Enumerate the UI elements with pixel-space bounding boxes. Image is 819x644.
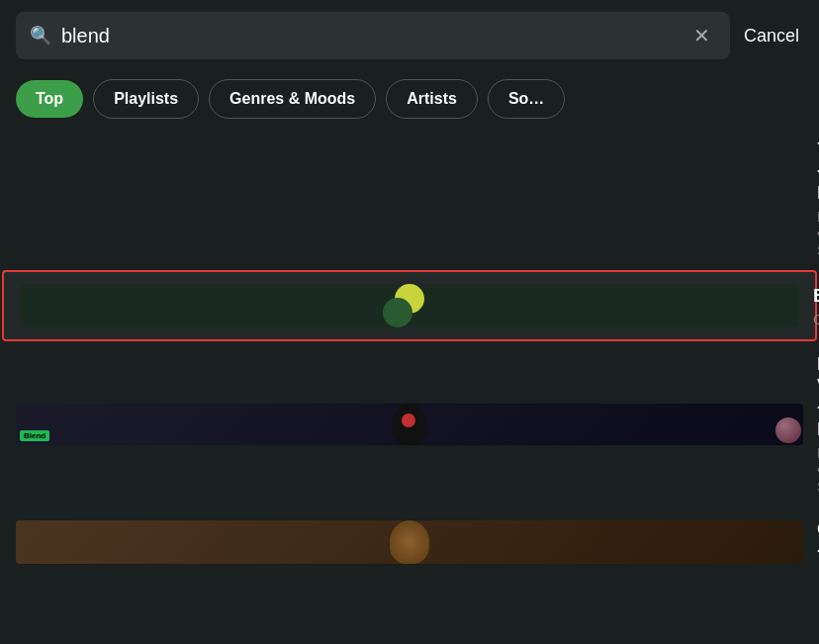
- search-icon: 🔍: [30, 25, 51, 46]
- results-list: Blend Yoda + kayla Playlist • Spotify › …: [0, 127, 819, 578]
- result-info-blend: Blend Genre: [813, 285, 819, 327]
- search-bar: 🔍 ✕ Cancel: [0, 0, 819, 71]
- result-item-chewie[interactable]: Chewbacca + kayla: [0, 506, 819, 578]
- search-input-container[interactable]: 🔍 ✕: [16, 12, 730, 59]
- filter-tab-songs[interactable]: So…: [488, 79, 565, 119]
- clear-button[interactable]: ✕: [687, 22, 716, 49]
- blend-circle-green: [383, 298, 412, 327]
- result-thumbnail-vader: Blend: [16, 404, 803, 445]
- cancel-button[interactable]: Cancel: [740, 26, 803, 46]
- result-title-blend: Blend: [813, 285, 819, 307]
- result-thumbnail-blend: [20, 284, 799, 327]
- result-thumbnail-chewie: [16, 520, 803, 564]
- filter-tab-top[interactable]: Top: [16, 80, 83, 118]
- filter-tab-genres-moods[interactable]: Genres & Moods: [209, 79, 376, 119]
- filter-tabs: Top Playlists Genres & Moods Artists So…: [0, 71, 819, 127]
- search-input[interactable]: [61, 25, 678, 47]
- filter-tab-artists[interactable]: Artists: [386, 79, 478, 119]
- result-item-yoda-kayla[interactable]: Blend Yoda + kayla Playlist • Spotify ›: [0, 127, 819, 270]
- result-subtitle-blend: Genre: [813, 311, 819, 327]
- result-item-blend[interactable]: Blend Genre ›: [2, 270, 817, 341]
- result-item-vader[interactable]: Blend Darth Vader + kayla Playlist • Spo…: [0, 341, 819, 506]
- filter-tab-playlists[interactable]: Playlists: [93, 79, 199, 119]
